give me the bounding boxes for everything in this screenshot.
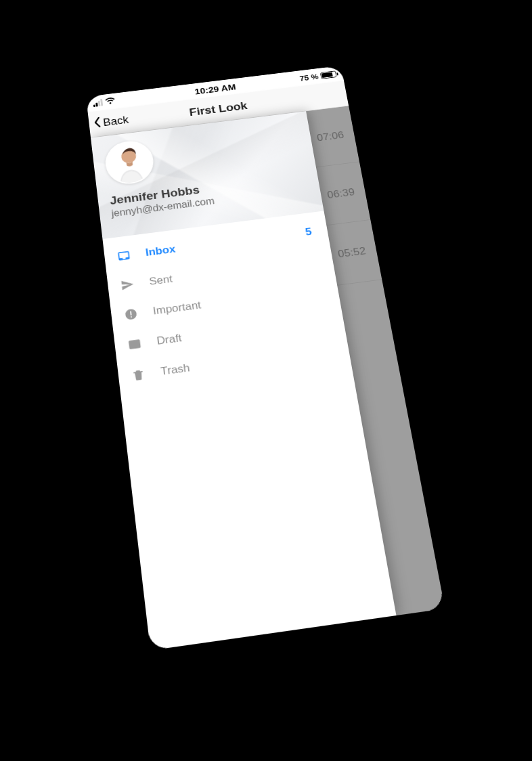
back-label: Back <box>102 114 129 129</box>
phone-screen: 10:29 AM 75 % Back First Look 07:06 <box>86 66 445 651</box>
sidebar-item-badge <box>332 349 336 349</box>
sidebar-item-badge <box>327 318 331 319</box>
sidebar-item-badge <box>322 289 326 290</box>
inbox-icon <box>116 249 132 263</box>
back-button[interactable]: Back <box>92 113 129 131</box>
chevron-left-icon <box>92 116 103 131</box>
sidebar-item-badge <box>317 260 321 261</box>
send-icon <box>119 278 135 292</box>
trash-icon <box>130 368 146 383</box>
draft-icon <box>127 337 143 351</box>
svg-rect-4 <box>131 316 132 318</box>
important-icon <box>123 307 139 322</box>
avatar[interactable] <box>103 139 156 187</box>
sidebar-item-badge: 5 <box>305 225 317 238</box>
drawer-menu: Inbox 5 Sent Important <box>102 211 351 397</box>
